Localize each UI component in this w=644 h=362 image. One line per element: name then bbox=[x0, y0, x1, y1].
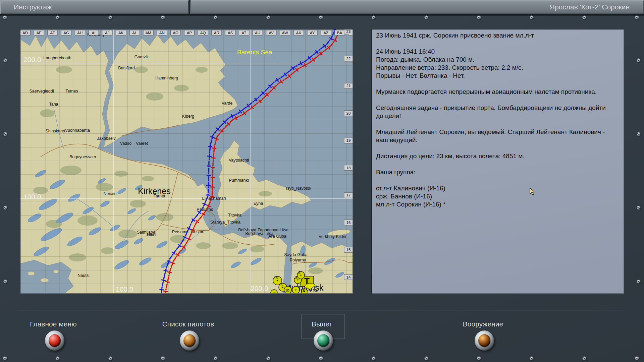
grid-column-label: AG bbox=[63, 31, 69, 35]
grid-column-label: AH bbox=[77, 31, 83, 35]
map-place-label: Tsyp_Navolok bbox=[285, 186, 312, 191]
briefing-map[interactable]: LangborcboathBerlevagGamvikBatsfjordHamn… bbox=[20, 29, 353, 293]
grid-column-label: AM bbox=[145, 31, 151, 35]
menu-knob-pilot-list[interactable] bbox=[180, 330, 199, 351]
map-place-label: Jakobselv bbox=[97, 136, 116, 141]
map-place-label: Nautsi bbox=[77, 273, 89, 278]
map-place-label: Nikel bbox=[147, 233, 156, 237]
grid-column-label: AR bbox=[214, 31, 219, 35]
screw-icon bbox=[637, 280, 641, 284]
menu-button-label-amber2: Вооружение bbox=[463, 320, 503, 328]
map-place-label: Pummanki bbox=[229, 178, 249, 183]
waypoint-number: 2. bbox=[298, 270, 302, 275]
mouse-cursor bbox=[530, 188, 536, 197]
grid-row-label: 17 bbox=[346, 193, 351, 197]
screw-icon bbox=[477, 16, 481, 19]
screen-title: Инструктаж bbox=[14, 3, 52, 11]
waypoint-number: 18. bbox=[301, 289, 306, 293]
briefing-paragraph: Сегодняшняя задача - прикрытие порта. Бо… bbox=[376, 104, 620, 120]
screw-icon bbox=[477, 357, 481, 360]
map-place-label: Ara Guba bbox=[268, 234, 286, 239]
menu-knob-main-menu[interactable] bbox=[45, 330, 64, 351]
map-place-label: Bugoynesvaer bbox=[69, 155, 96, 159]
briefing-screen: Инструктаж Ярослав 'Кот-2' Сорокин bbox=[0, 0, 644, 362]
grid-row-label: 15 bbox=[346, 248, 351, 252]
grid-column-label: AN bbox=[159, 31, 165, 35]
screw-icon bbox=[319, 357, 323, 360]
screw-icon bbox=[635, 357, 639, 360]
map-place-label: Neicen bbox=[104, 191, 117, 196]
map-place-label: Titovka bbox=[228, 213, 241, 218]
waypoint-number: 1. bbox=[309, 289, 313, 293]
screw-icon bbox=[425, 357, 428, 360]
waypoint-number: 5. bbox=[280, 283, 284, 287]
briefing-paragraph: Мурманск подвергается непрерывным авиаци… bbox=[376, 88, 620, 96]
menu-knob-fly[interactable] bbox=[314, 330, 333, 351]
map-place-label: Staraya_Titovka bbox=[210, 220, 240, 225]
knob-dome bbox=[317, 334, 329, 347]
grid-column-label: AY bbox=[310, 31, 315, 35]
map-place-label: Batsfjord bbox=[118, 66, 135, 70]
screw-icon bbox=[109, 357, 112, 360]
map-place-label: Vuonnabahta bbox=[65, 128, 90, 133]
briefing-paragraph: 23 Июнь 1941 срж. Сорокин присвоено зван… bbox=[376, 32, 620, 40]
grid-column-label: BA bbox=[337, 31, 342, 35]
screw-icon bbox=[56, 357, 60, 360]
screw-icon bbox=[637, 59, 641, 62]
map-scale-label: 200.0 bbox=[23, 56, 41, 63]
screw-icon bbox=[637, 206, 641, 210]
map-place-label: Shinskaret bbox=[45, 129, 65, 133]
pilot-name-bar: Ярослав 'Кот-2' Сорокин bbox=[190, 0, 644, 14]
briefing-paragraph: ст.л-т Калинович (И-16) срж. Баннов (И-1… bbox=[376, 184, 620, 208]
grid-column-label: AU bbox=[255, 31, 260, 35]
briefing-paragraph: Дистанция до цели: 23 км, высота полета:… bbox=[376, 152, 620, 160]
grid-column-label: AZ bbox=[323, 31, 328, 35]
screw-icon bbox=[3, 357, 7, 360]
briefing-paragraph: Ваша группа: bbox=[376, 168, 620, 176]
waypoint-number: 19. bbox=[285, 289, 290, 293]
grid-column-label: AO bbox=[173, 31, 178, 35]
waypoint-number: 15. bbox=[274, 276, 279, 280]
grid-column-label: AW bbox=[282, 31, 288, 35]
map-place-label: Kiberg bbox=[182, 114, 194, 119]
grid-row-label: 23 bbox=[346, 29, 351, 34]
grid-column-label: AS bbox=[228, 31, 233, 35]
map-city-label: Kirkenes bbox=[138, 186, 170, 196]
map-place-label: Varde bbox=[222, 101, 232, 106]
screw-icon bbox=[530, 16, 534, 19]
grid-row-label: 21 bbox=[346, 84, 351, 88]
screw-icon bbox=[530, 357, 534, 360]
grid-row-label: 22 bbox=[346, 57, 351, 61]
grid-column-label: AK bbox=[118, 31, 124, 35]
screw-icon bbox=[4, 206, 7, 210]
grid-column-label: AE bbox=[36, 31, 42, 35]
waypoint-number: 20. bbox=[313, 289, 318, 293]
briefing-text-panel[interactable]: 23 Июнь 1941 срж. Сорокин присвоено зван… bbox=[371, 29, 624, 294]
grid-column-label: AV bbox=[269, 31, 274, 35]
menu-knob-arming[interactable] bbox=[475, 330, 494, 351]
grid-column-label: AT bbox=[241, 31, 246, 35]
grid-column-label: AF bbox=[50, 31, 55, 35]
map-place-label: Vadso bbox=[120, 141, 132, 146]
grid-row-label: 14 bbox=[346, 275, 351, 279]
grid-row-label: 19 bbox=[346, 138, 351, 142]
screw-icon bbox=[583, 16, 586, 19]
grid-column-label: AL bbox=[132, 31, 137, 35]
pilot-name: Ярослав 'Кот-2' Сорокин bbox=[550, 3, 630, 11]
screw-icon bbox=[161, 16, 165, 19]
map-place-label: Vaeret bbox=[136, 141, 148, 146]
waypoint-number: 3. bbox=[295, 276, 299, 280]
map-place-label: Ternes bbox=[65, 89, 78, 94]
knob-dome bbox=[183, 334, 196, 347]
menu-button-label-red: Главное меню bbox=[30, 320, 77, 328]
screw-icon bbox=[267, 357, 270, 360]
map-place-label: Saervegieddi bbox=[30, 89, 54, 94]
screw-icon bbox=[4, 280, 7, 284]
waypoint-dot bbox=[295, 289, 297, 291]
grid-row-label: 20 bbox=[346, 111, 351, 115]
menu-separator bbox=[18, 310, 626, 310]
grid-column-label: AI bbox=[92, 31, 96, 35]
screw-icon bbox=[3, 16, 7, 19]
screw-icon bbox=[214, 16, 218, 19]
grid-column-label: AQ bbox=[200, 31, 206, 35]
